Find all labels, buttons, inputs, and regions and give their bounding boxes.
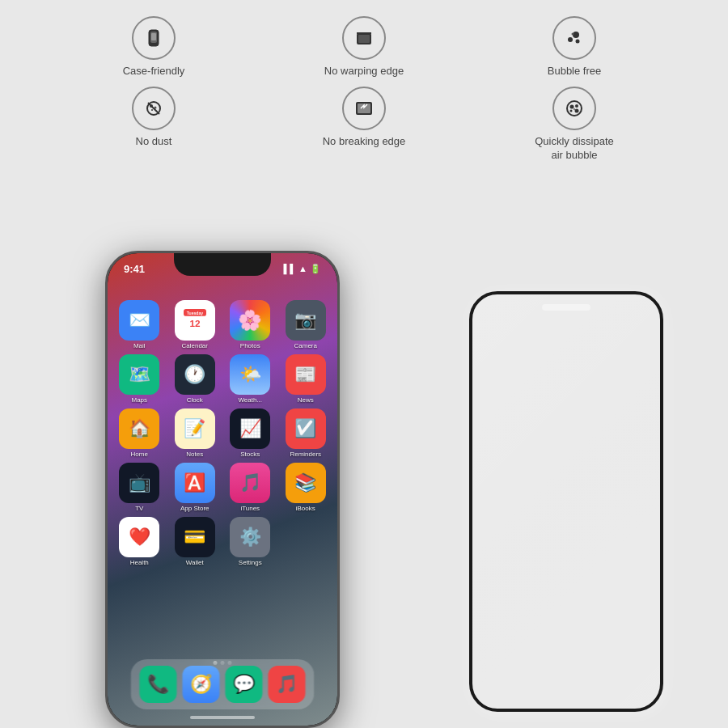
app-health-label: Health <box>130 559 149 566</box>
app-home-label: Home <box>131 451 148 458</box>
bubble-free-icon <box>552 16 596 60</box>
app-mail-label: Mail <box>133 342 146 349</box>
app-ibooks: 📚 iBooks <box>281 463 332 512</box>
app-notes-icon: 📝 <box>175 408 215 449</box>
app-reminders-icon: ☑️ <box>286 408 326 449</box>
app-camera-icon: 📷 <box>286 300 326 341</box>
app-weather-icon: 🌤️ <box>230 354 270 395</box>
app-photos: 🌸 Photos <box>225 300 276 349</box>
app-news-icon: 📰 <box>286 354 326 395</box>
status-time: 9:41 <box>124 263 145 275</box>
app-wallet: 💳 Wallet <box>170 517 221 566</box>
svg-rect-2 <box>151 33 156 40</box>
glass-top-bar <box>542 304 590 311</box>
app-tv-icon: 📺 <box>119 463 159 503</box>
app-calendar-icon: Tuesday 12 <box>175 300 215 341</box>
app-camera: 📷 Camera <box>281 300 332 349</box>
app-home: 🏠 Home <box>114 408 165 458</box>
app-ibooks-icon: 📚 <box>286 463 326 503</box>
app-news: 📰 News <box>281 354 332 404</box>
app-photos-icon: 🌸 <box>230 300 270 341</box>
mute-button <box>105 306 107 326</box>
app-health-icon: ❤️ <box>119 517 159 557</box>
glass-protector <box>469 291 663 712</box>
app-weather-label: Weath... <box>238 396 262 404</box>
case-friendly-label: Case-friendly <box>123 65 185 78</box>
dissipate-icon <box>552 87 596 130</box>
app-photos-label: Photos <box>240 342 260 349</box>
svg-point-13 <box>151 109 153 111</box>
app-maps-icon: 🗺️ <box>119 354 159 395</box>
app-maps-label: Maps <box>131 396 147 404</box>
app-store: 🅰️ App Store <box>170 463 221 512</box>
app-stocks: 📈 Stocks <box>225 408 276 458</box>
svg-text:12: 12 <box>189 318 201 328</box>
app-wallet-label: Wallet <box>186 559 204 566</box>
app-wallet-icon: 💳 <box>175 517 215 557</box>
svg-line-14 <box>148 103 159 114</box>
dock-safari: 🧭 <box>183 666 220 703</box>
svg-point-6 <box>573 32 579 38</box>
svg-rect-4 <box>358 35 370 43</box>
volume-up-button <box>105 334 107 366</box>
power-button <box>338 318 340 362</box>
app-clock-label: Clock <box>187 396 203 404</box>
app-ibooks-label: iBooks <box>296 505 315 512</box>
app-itunes-icon: 🎵 <box>230 463 270 503</box>
app-tv-label: TV <box>135 505 143 512</box>
dissipate-label: Quickly dissipateair bubble <box>535 135 614 163</box>
app-calendar: Tuesday 12 Calendar <box>170 300 221 349</box>
app-itunes-label: iTunes <box>240 505 260 512</box>
feature-no-dust: No dust <box>49 87 259 163</box>
glass-inner <box>472 294 660 709</box>
feature-case-friendly: Case-friendly <box>49 16 259 78</box>
dock-phone: 📞 <box>140 666 177 703</box>
app-store-label: App Store <box>180 505 210 512</box>
app-clock-icon: 🕐 <box>175 354 215 395</box>
iphone-notch <box>174 253 271 276</box>
app-camera-label: Camera <box>294 342 317 349</box>
app-mail: ✉️ Mail <box>114 300 165 349</box>
app-health: ❤️ Health <box>114 517 165 566</box>
svg-point-18 <box>570 104 574 108</box>
app-itunes: 🎵 iTunes <box>225 463 276 512</box>
svg-point-20 <box>570 109 573 112</box>
no-dust-icon <box>132 87 176 130</box>
app-home-icon: 🏠 <box>119 408 159 449</box>
svg-point-9 <box>572 33 574 36</box>
app-clock: 🕐 Clock <box>170 354 221 404</box>
app-settings-icon: ⚙️ <box>230 517 270 557</box>
case-friendly-icon <box>132 16 176 60</box>
feature-no-breaking: No breaking edge <box>259 87 469 163</box>
app-notes-label: Notes <box>186 451 203 458</box>
feature-dissipate: Quickly dissipateair bubble <box>469 87 679 163</box>
no-breaking-icon <box>342 87 386 130</box>
app-store-icon: 🅰️ <box>175 463 215 503</box>
feature-bubble-free: Bubble free <box>469 16 679 78</box>
home-indicator <box>190 716 255 719</box>
iphone-screen: 9:41 ▌▌ ▲ 🔋 ✉️ Mail Tuesday 12 <box>108 253 337 726</box>
dock-music: 🎵 <box>268 666 305 703</box>
app-settings-label: Settings <box>239 559 262 566</box>
app-maps: 🗺️ Maps <box>114 354 165 404</box>
svg-text:Tuesday: Tuesday <box>187 311 204 315</box>
app-tv: 📺 TV <box>114 463 165 512</box>
svg-point-22 <box>574 108 575 110</box>
svg-point-8 <box>576 40 580 44</box>
dock: 📞 🧭 💬 🎵 <box>130 659 314 709</box>
app-mail-icon: ✉️ <box>119 300 159 341</box>
devices-container: 9:41 ▌▌ ▲ 🔋 ✉️ Mail Tuesday 12 <box>0 194 728 728</box>
bubble-free-label: Bubble free <box>548 65 602 78</box>
dock-messages: 💬 <box>225 666 262 703</box>
app-settings: ⚙️ Settings <box>225 517 276 566</box>
svg-point-21 <box>575 108 579 112</box>
app-notes: 📝 Notes <box>170 408 221 458</box>
no-warping-label: No warping edge <box>324 65 404 78</box>
app-weather: 🌤️ Weath... <box>225 354 276 404</box>
app-reminders-label: Reminders <box>290 451 321 458</box>
volume-down-button <box>105 373 107 405</box>
app-stocks-icon: 📈 <box>230 408 270 449</box>
features-grid: Case-friendly No warping edge Bubble fre… <box>0 0 728 171</box>
app-news-label: News <box>298 396 314 404</box>
no-warping-icon <box>342 16 386 60</box>
